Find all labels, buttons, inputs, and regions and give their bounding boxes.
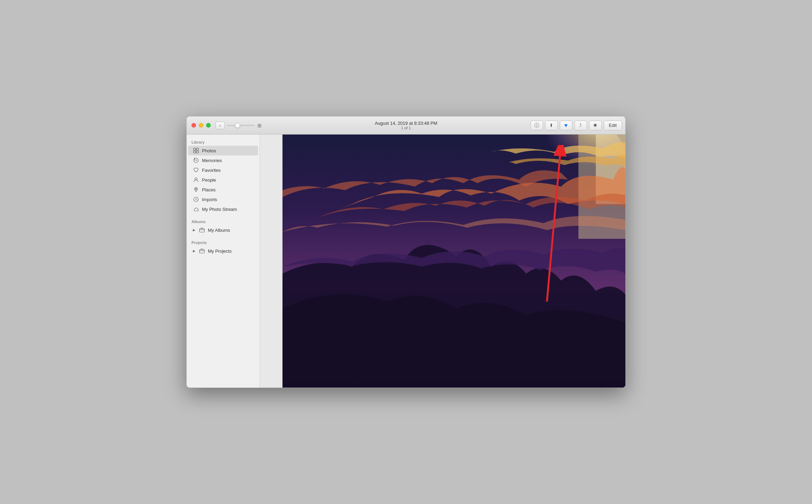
photo-stream-label: My Photo Stream	[202, 207, 237, 212]
chevron-icon-projects: ▶	[193, 249, 195, 253]
svg-rect-3	[196, 151, 198, 153]
memories-icon	[193, 157, 199, 163]
share-button[interactable]: ⬆	[545, 121, 558, 130]
minimize-button[interactable]	[199, 123, 203, 128]
places-icon	[193, 186, 199, 193]
close-button[interactable]	[191, 123, 196, 128]
traffic-lights	[187, 123, 211, 128]
people-label: People	[202, 177, 216, 183]
heart-icon: ♥	[564, 122, 568, 129]
main-content: Library Photos	[187, 135, 625, 388]
info-icon: ⓘ	[534, 122, 539, 129]
sidebar-item-my-albums[interactable]: ▶ My Albums	[188, 225, 258, 235]
share-icon: ⬆	[549, 123, 553, 128]
titlebar: ‹ ⊞ August 14, 2019 at 8:33:48 PM 1 of 1…	[187, 116, 625, 135]
sidebar: Library Photos	[187, 135, 260, 388]
my-projects-label: My Projects	[208, 249, 232, 254]
favorites-icon	[193, 167, 199, 173]
favorites-label: Favorites	[202, 168, 220, 173]
sidebar-item-people[interactable]: People	[188, 175, 258, 185]
info-button[interactable]: ⓘ	[531, 121, 543, 130]
projects-section-label: Projects	[187, 238, 260, 246]
maximize-button[interactable]	[206, 123, 211, 128]
sidebar-item-photos[interactable]: Photos	[188, 146, 258, 155]
svg-point-6	[195, 188, 197, 190]
svg-rect-1	[196, 148, 198, 150]
magic-wand-icon: ✱	[593, 123, 597, 128]
imports-icon	[193, 196, 199, 203]
my-projects-icon	[199, 248, 205, 254]
memories-label: Memories	[202, 158, 222, 163]
sidebar-item-favorites[interactable]: Favorites	[188, 165, 258, 175]
places-label: Places	[202, 187, 216, 192]
albums-section-label: Albums	[187, 217, 260, 225]
titlebar-center: August 14, 2019 at 8:33:48 PM 1 of 1	[375, 121, 437, 130]
photo-area[interactable]	[283, 135, 625, 388]
photos-label: Photos	[202, 148, 216, 153]
svg-rect-9	[200, 250, 204, 253]
library-section-label: Library	[187, 137, 260, 146]
photos-icon	[193, 147, 199, 154]
sidebar-item-memories[interactable]: Memories	[188, 155, 258, 165]
back-button[interactable]: ‹	[216, 122, 225, 129]
photo-strip	[260, 135, 283, 388]
chevron-icon: ▶	[193, 228, 195, 232]
rotate-button[interactable]: ⤴	[574, 121, 587, 130]
svg-rect-0	[194, 148, 196, 150]
imports-label: Imports	[202, 197, 217, 202]
svg-point-5	[195, 178, 197, 180]
sidebar-item-places[interactable]: Places	[188, 185, 258, 194]
zoom-slider-container: ⊞	[227, 123, 262, 128]
sidebar-item-my-projects[interactable]: ▶ My Projects	[188, 246, 258, 256]
navigation-buttons: ‹	[216, 122, 225, 129]
rotate-icon: ⤴	[579, 123, 582, 128]
favorite-button[interactable]: ♥	[560, 121, 572, 130]
svg-rect-2	[194, 151, 196, 153]
photo-date: August 14, 2019 at 8:33:48 PM	[375, 121, 437, 126]
my-albums-label: My Albums	[208, 228, 230, 233]
edit-button[interactable]: Edit	[604, 121, 622, 130]
people-icon	[193, 177, 199, 183]
photo-stream-icon	[193, 206, 199, 212]
main-window: ‹ ⊞ August 14, 2019 at 8:33:48 PM 1 of 1…	[186, 116, 626, 388]
photo-count: 1 of 1	[375, 126, 437, 130]
my-albums-icon	[199, 227, 205, 233]
photo-image	[283, 135, 625, 388]
sidebar-item-imports[interactable]: Imports	[188, 194, 258, 204]
grid-icon: ⊞	[257, 123, 262, 128]
zoom-slider-track	[227, 125, 255, 126]
zoom-slider-thumb[interactable]	[235, 123, 240, 128]
svg-rect-8	[200, 229, 204, 232]
toolbar-actions: ⓘ ⬆ ♥ ⤴ ✱ Edit	[531, 121, 625, 130]
enhance-button[interactable]: ✱	[589, 121, 602, 130]
sidebar-item-photo-stream[interactable]: My Photo Stream	[188, 204, 258, 214]
